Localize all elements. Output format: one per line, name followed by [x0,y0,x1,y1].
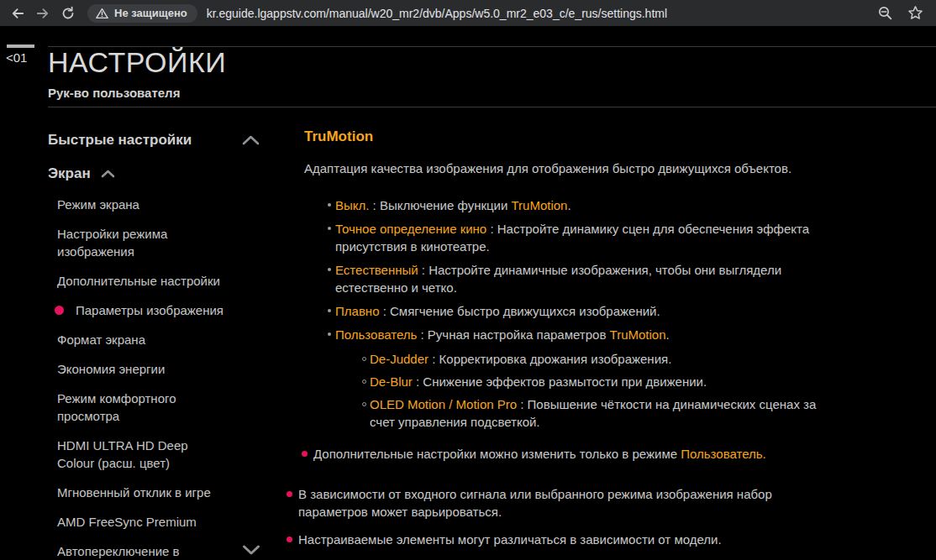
star-icon [907,5,923,21]
accent-term: Естественный [335,263,418,277]
warning-icon [96,8,108,19]
accent-term: Пользователь [335,327,417,342]
accent-term: Пользователь. [681,447,766,461]
chapter-indicator-bar [7,44,34,48]
circle-bullet-icon [362,379,366,384]
text-segment: : Смягчение быстро движущихся изображени… [379,304,660,318]
sidebar-item-label: Экономия энергии [57,362,165,376]
accent-term: TruMotion [512,198,568,212]
reload-button[interactable] [55,3,81,24]
bullet-icon [328,309,331,312]
sidebar-scroll-down-icon[interactable] [242,544,260,556]
text-segment: . [666,327,670,342]
circle-bullet-icon [362,357,366,361]
active-dot-icon [55,306,64,315]
chevron-up-icon [101,170,115,178]
option-item: Плавно : Смягчение быстро движущихся изо… [304,302,869,320]
note-item: Настраиваемые элементы могут различаться… [289,531,869,548]
option-item: Выкл. : Выключение функции TruMotion. [304,196,869,214]
security-chip-label: Не защищено [114,7,187,19]
sidebar-item[interactable]: Формат экрана [48,331,276,348]
bookmark-button[interactable] [902,3,928,24]
sidebar-section[interactable]: Экран [48,165,260,181]
browser-window: Не защищено kr.eguide.lgappstv.com/manua… [0,0,936,560]
sidebar-section-label: Быстрые настройки [48,132,192,148]
bullet-icon [328,332,331,336]
accent-term: TruMotion [610,327,666,342]
sidebar-item[interactable]: Дополнительные настройки [48,272,276,290]
reload-icon [60,6,76,21]
accent-term: Выкл. [335,198,369,212]
sidebar-item-label: Параметры изображения [76,301,223,319]
note-item: В зависимости от входного сигнала или вы… [289,485,869,521]
pink-bullet-icon [302,451,308,457]
browser-toolbar: Не защищено kr.eguide.lgappstv.com/manua… [0,0,936,26]
sub-option-item: De-Judder : Корректировка дрожания изобр… [304,350,869,368]
sidebar-item-label: Режим экрана [57,197,139,212]
forward-button[interactable] [30,3,55,24]
circle-bullet-icon [362,402,366,406]
option-item: Точное определение кино : Настройте дина… [304,220,869,255]
pink-bullet-icon [287,536,292,542]
address-bar[interactable]: kr.eguide.lgappstv.com/manual/w20_mr2/dv… [207,7,667,20]
pink-bullet-icon [287,491,292,497]
text-segment: : Корректировка дрожания изображения. [429,352,671,366]
sub-option-list: De-Judder : Корректировка дрожания изобр… [304,350,869,431]
sidebar-item-label: Режим комфортного просмотра [57,391,176,423]
article-content: TruMotion Адаптация качества изображения… [304,128,869,548]
sidebar-section[interactable]: Быстрые настройки [48,132,260,148]
settings-sidebar: Быстрые настройкиЭкранРежим экранаНастро… [48,132,276,560]
back-button[interactable] [5,3,30,24]
zoom-out-icon [877,5,893,21]
article-heading: TruMotion [304,128,869,144]
page-subtitle: Рук-во пользователя [48,86,180,100]
sidebar-item[interactable]: AMD FreeSync Premium [48,513,276,531]
option-list: Выкл. : Выключение функции TruMotion.Точ… [304,196,869,431]
accent-term: Точное определение кино [335,222,486,236]
sidebar-item-label: Формат экрана [57,332,145,347]
note-item: Дополнительные настройки можно изменить … [304,445,869,463]
text-segment: Дополнительные настройки можно изменить … [313,447,681,461]
sidebar-item[interactable]: Экономия энергии [48,360,276,378]
bullet-icon [328,227,331,230]
chapter-marker[interactable]: <01 [6,50,27,65]
sidebar-item-label: Автопереключение в [57,544,180,558]
option-item: Естественный : Настройте динамичные изоб… [304,261,869,296]
text-segment: В зависимости от входного сигнала или вы… [298,487,772,519]
accent-term: Плавно [335,304,379,318]
bullet-icon [328,268,331,271]
manual-page: <01 НАСТРОЙКИ Рук-во пользователя Быстры… [0,26,936,560]
sidebar-item-label: Дополнительные настройки [57,274,220,288]
sidebar-item-label: HDMI ULTRA HD Deep Colour (расш. цвет) [57,438,188,470]
article-intro: Адаптация качества изображения для отобр… [304,160,869,177]
note-list: Дополнительные настройки можно изменить … [304,445,869,548]
header-divider [48,107,936,107]
accent-term: OLED Motion / Motion Pro [370,397,517,411]
page-title: НАСТРОЙКИ [48,48,226,76]
text-segment: : Снижение эффектов размытости при движе… [413,374,707,389]
chevron-up-icon [242,135,260,145]
sidebar-item[interactable]: Режим экрана [48,196,276,213]
forward-icon [35,6,50,21]
sidebar-item[interactable]: Мгновенный отклик в игре [48,484,276,501]
sidebar-item[interactable]: Режим комфортного просмотра [48,390,276,425]
text-segment: . [567,198,571,212]
sidebar-item-active[interactable]: Параметры изображения [48,301,276,319]
text-segment: : Выключение функции [369,198,511,212]
sidebar-item-label: Настройки режима изображения [57,227,167,259]
accent-term: De-Judder [370,352,429,366]
bullet-icon [328,203,331,207]
sidebar-item[interactable]: Настройки режима изображения [48,225,276,260]
text-segment: : Ручная настройка параметров [417,327,609,342]
sidebar-section-label: Экран [48,165,91,181]
security-chip[interactable]: Не защищено [87,4,197,23]
sidebar-item-label: AMD FreeSync Premium [57,515,197,529]
option-item: Пользователь : Ручная настройка параметр… [304,326,869,343]
zoom-button[interactable] [872,3,897,24]
accent-term: De-Blur [370,374,413,389]
sub-option-item: OLED Motion / Motion Pro : Повышение чёт… [304,395,869,431]
back-icon [10,6,25,21]
sidebar-item[interactable]: HDMI ULTRA HD Deep Colour (расш. цвет) [48,437,276,472]
sub-option-item: De-Blur : Снижение эффектов размытости п… [304,373,869,390]
text-segment: Настраиваемые элементы могут различаться… [298,532,722,547]
